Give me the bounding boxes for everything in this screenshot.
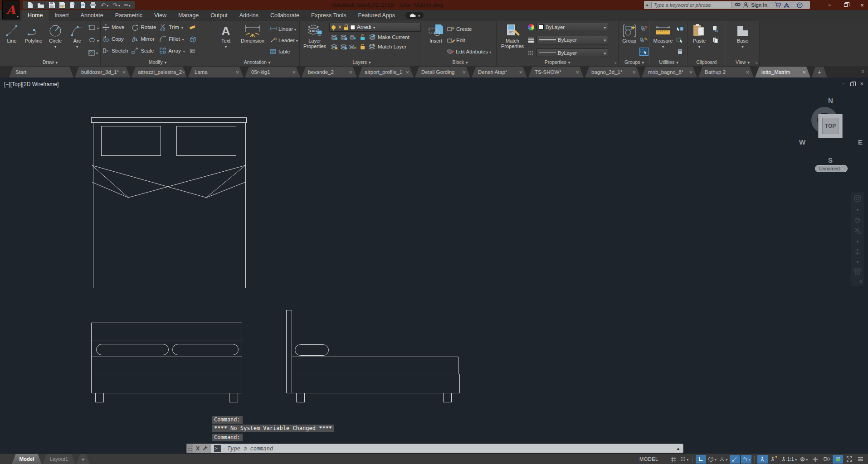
3d-box-button[interactable] bbox=[189, 36, 200, 43]
panel-label-layers[interactable]: Layers bbox=[300, 58, 424, 66]
trim-dropdown[interactable] bbox=[181, 24, 183, 30]
panel-label-clipboard[interactable]: Clipboard bbox=[688, 58, 726, 66]
sign-in-avatar-icon[interactable] bbox=[743, 2, 748, 8]
layer-isolate-icon[interactable] bbox=[329, 33, 338, 41]
autodesk-app-icon[interactable] bbox=[784, 3, 790, 8]
qat-customize-button[interactable] bbox=[124, 2, 131, 8]
text-dropdown[interactable] bbox=[225, 44, 227, 49]
panel-label-groups[interactable]: Groups bbox=[619, 58, 650, 66]
graphics-performance-toggle[interactable] bbox=[833, 455, 843, 464]
ungroup-button[interactable]: × bbox=[639, 25, 649, 33]
tab-parametric[interactable]: Parametric bbox=[109, 10, 148, 21]
new-layout-button[interactable]: + bbox=[76, 454, 90, 464]
copy-button[interactable]: Copy bbox=[102, 36, 128, 42]
transfer-mobile-icon[interactable] bbox=[70, 2, 75, 9]
layer-thaw-all-icon[interactable]: ☀ bbox=[348, 43, 357, 51]
file-tab[interactable]: 05r-klg1 bbox=[245, 67, 300, 77]
tab-home[interactable]: Home bbox=[22, 10, 49, 21]
viewport-close-button[interactable] bbox=[860, 81, 863, 87]
search-input[interactable] bbox=[651, 2, 732, 8]
mirror-button[interactable]: Mirror bbox=[132, 36, 156, 42]
annotation-visibility-toggle[interactable] bbox=[757, 455, 768, 464]
scale-button[interactable]: Scale bbox=[132, 48, 156, 54]
cloud-open-icon[interactable] bbox=[79, 2, 86, 9]
orbit-dropdown[interactable] bbox=[857, 258, 859, 265]
group-edit-button[interactable]: ✎ bbox=[639, 36, 649, 44]
zoom-dropdown[interactable] bbox=[857, 238, 859, 244]
leader-dropdown[interactable] bbox=[296, 37, 298, 44]
stretch-button[interactable]: Stretch bbox=[102, 48, 128, 54]
file-tab[interactable]: Detail Gording bbox=[415, 67, 470, 77]
group-button[interactable]: Group bbox=[620, 22, 639, 58]
view-dialog-launcher[interactable]: ↘ bbox=[755, 61, 758, 65]
viewport-restore-button[interactable] bbox=[850, 82, 854, 86]
workspace-switching-button[interactable]: ⚙ bbox=[799, 455, 809, 464]
tab-close-icon[interactable] bbox=[802, 69, 806, 75]
linear-dropdown[interactable] bbox=[294, 26, 296, 32]
linear-dimension-button[interactable]: Linear bbox=[270, 24, 298, 34]
tab-close-icon[interactable] bbox=[689, 69, 692, 75]
quick-select-button[interactable] bbox=[675, 25, 684, 33]
hatch-button[interactable] bbox=[88, 48, 99, 57]
leader-button[interactable]: Leader bbox=[270, 36, 298, 45]
panel-label-utilities[interactable]: Utilities bbox=[650, 58, 687, 66]
lineweight-select[interactable]: ByLayer bbox=[536, 36, 608, 44]
layout1-tab[interactable]: Layout1 bbox=[43, 454, 75, 464]
quick-calculator-button[interactable] bbox=[675, 48, 684, 56]
navbar-customize-gear-icon[interactable]: ⚙ bbox=[859, 279, 863, 284]
array-dropdown[interactable] bbox=[183, 48, 185, 53]
ortho-toggle[interactable] bbox=[696, 455, 706, 464]
tab-close-icon[interactable] bbox=[405, 69, 409, 75]
save-as-icon[interactable] bbox=[59, 2, 66, 8]
isodraft-dropdown[interactable] bbox=[726, 456, 727, 462]
recent-commands-dropdown[interactable] bbox=[223, 445, 225, 452]
isodraft-toggle[interactable] bbox=[718, 455, 729, 464]
search-icon[interactable] bbox=[735, 2, 741, 8]
tab-close-icon[interactable] bbox=[462, 69, 466, 75]
new-drawing-tab-button[interactable]: + bbox=[812, 67, 827, 77]
layer-thaw-icon[interactable]: ☀ bbox=[337, 24, 342, 30]
pan-icon[interactable] bbox=[854, 216, 861, 223]
customization-menu-button[interactable] bbox=[855, 455, 866, 464]
file-tab[interactable]: bulldozer_3d_1* bbox=[75, 67, 130, 77]
navigation-wheel-icon[interactable] bbox=[853, 194, 862, 203]
select-similar-button[interactable] bbox=[675, 36, 684, 44]
tab-view[interactable]: View bbox=[148, 10, 172, 21]
viewcube-north[interactable]: N bbox=[828, 97, 833, 104]
arc-button[interactable]: Arc bbox=[67, 22, 88, 58]
measure-button[interactable]: Measure bbox=[652, 22, 674, 58]
close-button[interactable] bbox=[859, 2, 865, 8]
cut-button[interactable] bbox=[711, 24, 720, 33]
model-space-viewport[interactable]: [−][Top][2D Wireframe] − N W E S TOP Unn… bbox=[0, 77, 868, 454]
isolate-objects-button[interactable] bbox=[821, 455, 832, 464]
tab-close-icon[interactable] bbox=[122, 69, 126, 75]
viewcube-south[interactable]: S bbox=[828, 156, 833, 164]
command-line-bar[interactable]: X >_ ▲ bbox=[186, 444, 683, 453]
minimize-button[interactable]: − bbox=[826, 2, 833, 8]
polar-tracking-toggle[interactable] bbox=[707, 455, 717, 464]
tab-output[interactable]: Output bbox=[205, 10, 234, 21]
file-tab-active[interactable]: letto_Matrim bbox=[755, 67, 810, 77]
autodesk-app-dropdown[interactable] bbox=[792, 2, 794, 8]
paste-dropdown[interactable] bbox=[698, 44, 701, 49]
file-tab[interactable]: mob_bagno_8* bbox=[642, 67, 697, 77]
tab-add-ins[interactable]: Add-ins bbox=[234, 10, 264, 21]
trim-button[interactable]: Trim bbox=[160, 24, 185, 31]
file-tab[interactable]: bagno_3d_1* bbox=[585, 67, 640, 77]
tab-annotate[interactable]: Annotate bbox=[75, 10, 109, 21]
fillet-dropdown[interactable] bbox=[182, 36, 184, 42]
copy-clip-button[interactable] bbox=[711, 36, 720, 44]
file-tab[interactable]: Denah Atap* bbox=[472, 67, 527, 77]
edit-attributes-dropdown[interactable] bbox=[489, 48, 491, 55]
table-button[interactable]: Table bbox=[270, 47, 298, 56]
tab-insert[interactable]: Insert bbox=[49, 10, 74, 21]
tab-close-icon[interactable] bbox=[519, 69, 522, 75]
tab-manage[interactable]: Manage bbox=[172, 10, 205, 21]
dimension-button[interactable]: Dimension bbox=[236, 22, 269, 58]
file-tab[interactable]: Lama bbox=[188, 67, 244, 77]
edit-attributes-button[interactable]: Edit Attributes bbox=[447, 47, 491, 56]
base-dropdown[interactable] bbox=[741, 44, 744, 49]
layer-on-icon[interactable] bbox=[332, 25, 336, 29]
file-tab[interactable]: TS-SHOW* bbox=[528, 67, 584, 77]
viewport-minimize-button[interactable]: − bbox=[841, 81, 844, 87]
